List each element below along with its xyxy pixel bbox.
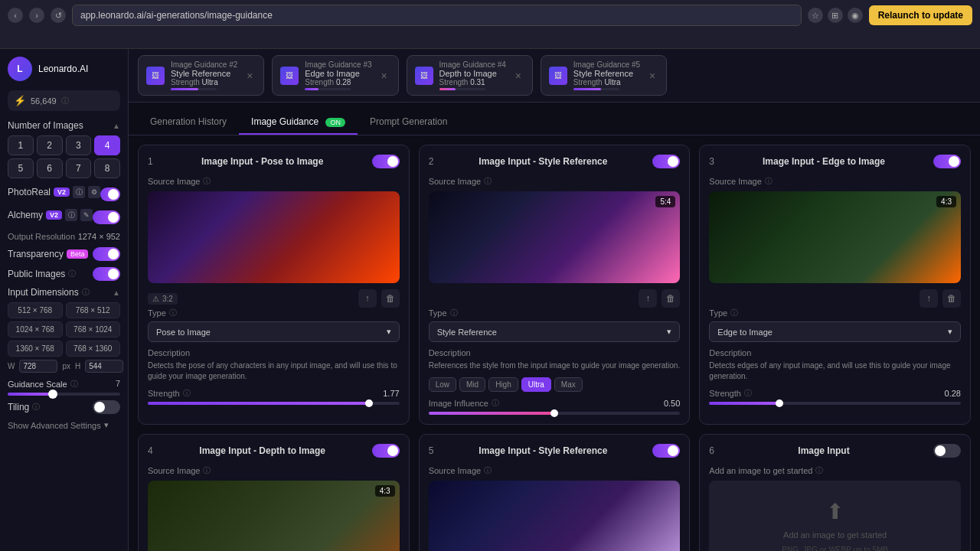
card-3-share[interactable]: ↑ (920, 289, 938, 308)
num-btn-8[interactable]: 8 (94, 158, 120, 178)
input-dimensions-info[interactable]: ⓘ (82, 287, 90, 298)
tab-image-guidance[interactable]: Image Guidance ON (239, 110, 358, 135)
dim-btn-512x768[interactable]: 512 × 768 (8, 302, 63, 318)
public-images-info[interactable]: ⓘ (68, 269, 76, 279)
guidance-tag-5-close[interactable]: × (646, 70, 658, 82)
card-5-toggle[interactable] (652, 444, 680, 458)
card-3-strength-track[interactable] (709, 402, 961, 405)
output-resolution-row: Output Resolution 1274 × 952 (8, 232, 120, 241)
public-images-toggle[interactable] (93, 267, 120, 281)
card-6-toggle[interactable] (933, 444, 961, 458)
star-icon[interactable]: ☆ (808, 8, 823, 23)
transparency-toggle[interactable] (93, 247, 120, 261)
card-2-title: Image Input - Style Reference (479, 156, 607, 167)
alchemy-pencil[interactable]: ✎ (80, 209, 93, 221)
show-advanced-btn[interactable]: Show Advanced Settings ▾ (8, 420, 120, 430)
card-2-share[interactable]: ↑ (639, 289, 657, 308)
dim-btn-1360x768[interactable]: 1360 × 768 (8, 341, 63, 357)
card-3-trash[interactable]: 🗑 (942, 289, 961, 308)
card-1-image (148, 191, 400, 283)
token-bar: ⚡ 56,649 ⓘ (8, 90, 120, 111)
num-images-label: Number of Images (8, 120, 83, 131)
card-1-source-label: Source Image ⓘ (148, 176, 400, 187)
alchemy-info[interactable]: ⓘ (65, 209, 77, 221)
card-2-actions: ↑ 🗑 (639, 289, 680, 308)
card-1-toggle[interactable] (372, 155, 400, 168)
card-4-header: 4 Image Input - Depth to Image (148, 444, 400, 458)
card-2-influence-track[interactable] (429, 412, 681, 415)
avatar: L (8, 57, 32, 81)
quality-high[interactable]: High (488, 377, 518, 392)
relaunch-button[interactable]: Relaunch to update (869, 5, 972, 25)
card-3-title: Image Input - Edge to Image (763, 156, 885, 167)
card-3-strength: Strength ⓘ 0.28 (709, 388, 961, 405)
guidance-scale-track[interactable] (8, 393, 120, 396)
tiling-label: Tiling (8, 402, 29, 412)
card-2-influence: Image Influence ⓘ 0.50 (429, 398, 681, 409)
num-btn-2[interactable]: 2 (37, 135, 63, 155)
number-grid: 1 2 3 4 5 6 7 8 (8, 135, 120, 178)
guidance-scale-thumb[interactable] (48, 390, 57, 399)
card-1-trash[interactable]: 🗑 (381, 289, 400, 308)
photoreal-settings[interactable]: ⚙ (88, 186, 100, 198)
quality-max[interactable]: Max (554, 377, 583, 392)
extension-icon[interactable]: ⊞ (828, 8, 843, 23)
dim-btn-768x1024[interactable]: 768 × 1024 (66, 321, 121, 337)
guidance-scale-info[interactable]: ⓘ (70, 379, 78, 390)
back-button[interactable]: ‹ (8, 8, 23, 23)
guidance-scale-label: Guidance Scale (8, 380, 67, 389)
quality-low[interactable]: Low (429, 377, 456, 392)
card-1-type-dropdown[interactable]: Pose to Image ▾ (148, 321, 400, 342)
card-3-preview: 4:3 (709, 191, 961, 283)
num-btn-1[interactable]: 1 (8, 135, 34, 155)
num-btn-7[interactable]: 7 (66, 158, 92, 178)
guidance-tag-5-type: Style Reference (573, 69, 640, 78)
tiling-toggle[interactable] (93, 400, 120, 414)
card-3-type: Type ⓘ Edge to Image ▾ (709, 308, 961, 342)
guidance-tag-2-close[interactable]: × (243, 70, 256, 82)
photoreal-toggle[interactable] (100, 187, 120, 201)
num-btn-4[interactable]: 4 (94, 135, 120, 155)
forward-button[interactable]: › (29, 8, 44, 23)
refresh-button[interactable]: ↺ (51, 8, 66, 23)
card-2-description: Description References the style from th… (429, 348, 681, 371)
card-3-toggle[interactable] (933, 155, 961, 168)
quality-ultra[interactable]: Ultra (521, 377, 551, 392)
card-4-toggle[interactable] (372, 444, 400, 458)
alchemy-toggle[interactable] (93, 210, 120, 224)
tab-prompt-generation[interactable]: Prompt Generation (358, 110, 459, 135)
card-1-share[interactable]: ↑ (358, 289, 377, 308)
tab-generation-history[interactable]: Generation History (138, 110, 239, 135)
num-btn-6[interactable]: 6 (37, 158, 63, 178)
card-1-desc-text: Detects the pose of any characters in an… (148, 360, 400, 382)
card-6-preview[interactable]: ⬆ Add an image to get started PNG, JPG o… (709, 481, 961, 551)
tiling-info[interactable]: ⓘ (32, 402, 40, 412)
dim-btn-1024x768[interactable]: 1024 × 768 (8, 321, 63, 337)
url-bar[interactable] (72, 5, 802, 26)
photoreal-label: PhotoReal (8, 187, 51, 197)
account-icon[interactable]: ◉ (848, 8, 863, 23)
num-btn-3[interactable]: 3 (66, 135, 92, 155)
card-2-toggle[interactable] (652, 155, 680, 168)
guidance-tag-4-close[interactable]: × (512, 70, 524, 82)
card-4-image (148, 481, 400, 551)
card-2-type-dropdown[interactable]: Style Reference ▾ (429, 321, 681, 342)
dim-btn-768x1360[interactable]: 768 × 1360 (66, 341, 121, 357)
card-2-trash[interactable]: 🗑 (662, 289, 680, 308)
guidance-tag-3: 🖼 Image Guidance #3 Edge to Image Streng… (272, 55, 398, 96)
dim-btn-768x512[interactable]: 768 × 512 (66, 302, 121, 318)
guidance-tag-3-close[interactable]: × (378, 70, 390, 82)
width-input[interactable] (19, 360, 57, 373)
token-info-icon[interactable]: ⓘ (61, 96, 69, 106)
guidance-tag-3-strength-label: Strength 0.28 (305, 78, 371, 86)
guidance-tag-2-label: Image Guidance #2 (171, 60, 237, 69)
guidance-tag-3-type: Edge to Image (305, 69, 371, 78)
photoreal-info[interactable]: ⓘ (73, 186, 85, 198)
quality-mid[interactable]: Mid (459, 377, 485, 392)
height-input[interactable] (85, 360, 123, 373)
input-dimensions-chevron: ▲ (113, 289, 120, 297)
num-btn-5[interactable]: 5 (8, 158, 34, 178)
card-1-strength-track[interactable] (148, 402, 400, 405)
card-3-type-dropdown[interactable]: Edge to Image ▾ (709, 321, 961, 342)
card-3-badge: 4:3 (936, 196, 956, 207)
